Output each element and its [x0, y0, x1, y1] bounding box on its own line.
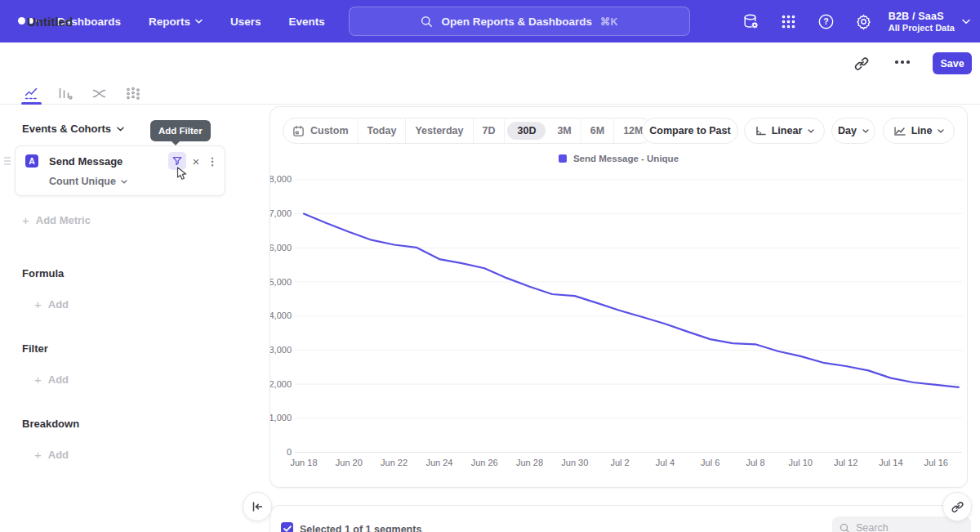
apps-grid-icon[interactable]	[779, 12, 797, 30]
plus-icon: +	[34, 297, 42, 311]
svg-text:3,000: 3,000	[270, 345, 292, 355]
filter-funnel-icon	[172, 155, 183, 167]
share-link-button[interactable]	[942, 492, 972, 521]
tab-scatter-icon[interactable]	[122, 85, 142, 102]
settings-gear-icon[interactable]	[854, 12, 872, 30]
svg-text:Jun 22: Jun 22	[381, 458, 408, 467]
drag-handle[interactable]	[4, 157, 11, 165]
search-icon	[421, 16, 433, 28]
svg-text:Jul 14: Jul 14	[879, 458, 902, 467]
filter-section-title: Filter	[22, 342, 48, 355]
svg-text:Jul 6: Jul 6	[701, 458, 719, 467]
link-icon	[951, 500, 964, 514]
svg-text:Jul 8: Jul 8	[746, 458, 764, 467]
svg-text:0: 0	[287, 447, 292, 457]
insights-report-page: Dashboards Reports Users Events Open Rep…	[0, 0, 980, 532]
nav-users[interactable]: Users	[230, 16, 261, 28]
project-name: B2B / SaaS	[889, 11, 955, 22]
formula-section-title: Formula	[22, 267, 64, 279]
svg-text:2,000: 2,000	[270, 379, 292, 389]
events-cohorts-header[interactable]: Events & Cohorts	[22, 123, 124, 135]
svg-text:7,000: 7,000	[270, 208, 292, 218]
global-search-placeholder: Open Reports & Dashboards	[441, 16, 592, 28]
line-chart[interactable]: 01,0002,0003,0004,0005,0006,0007,0008,00…	[270, 107, 969, 489]
add-filter-tooltip: Add Filter	[150, 120, 211, 141]
svg-text:5,000: 5,000	[270, 277, 292, 287]
report-header	[0, 42, 980, 84]
nav-events[interactable]: Events	[289, 16, 325, 28]
svg-text:4,000: 4,000	[270, 311, 292, 320]
add-breakdown-button[interactable]: +Add	[34, 448, 69, 462]
svg-text:6,000: 6,000	[270, 243, 292, 253]
tab-flow-icon[interactable]	[89, 85, 109, 102]
segments-panel: Selected 1 of 1 segments	[270, 505, 968, 532]
svg-text:Jun 26: Jun 26	[471, 458, 498, 467]
segments-checkbox[interactable]	[281, 522, 293, 532]
svg-text:Jul 10: Jul 10	[789, 458, 813, 467]
add-metric-button[interactable]: +Add Metric	[22, 213, 91, 227]
breakdown-section-title: Breakdown	[22, 418, 79, 430]
active-tab-indicator	[21, 102, 42, 105]
svg-text:Jun 30: Jun 30	[561, 458, 588, 467]
svg-text:8,000: 8,000	[270, 174, 292, 184]
segments-selected-text: Selected 1 of 1 segments	[300, 524, 421, 532]
report-title[interactable]: Untitled	[27, 15, 73, 29]
svg-text:Jul 16: Jul 16	[924, 458, 948, 467]
svg-text:Jun 20: Jun 20	[336, 458, 363, 467]
plus-icon: +	[22, 213, 29, 227]
tab-line-chart-icon[interactable]	[21, 85, 41, 102]
save-button[interactable]: Save	[933, 52, 972, 74]
svg-text:1,000: 1,000	[270, 413, 292, 422]
svg-text:?: ?	[823, 16, 828, 26]
svg-text:Jul 2: Jul 2	[610, 458, 629, 467]
svg-text:Jun 28: Jun 28	[516, 458, 543, 467]
svg-text:Jun 24: Jun 24	[425, 458, 452, 467]
nav-reports[interactable]: Reports	[149, 16, 203, 28]
collapse-panel-button[interactable]	[243, 492, 272, 521]
search-shortcut: ⌘K	[600, 16, 618, 28]
search-icon	[840, 523, 850, 532]
chart-card: Custom Today Yesterday 7D 30D 3M 6M 12M …	[270, 106, 968, 488]
global-search-button[interactable]: Open Reports & Dashboards ⌘K	[349, 7, 690, 36]
segments-search-input[interactable]	[856, 522, 954, 532]
top-navbar: Dashboards Reports Users Events Open Rep…	[0, 0, 980, 42]
svg-text:Jul 12: Jul 12	[834, 458, 858, 467]
more-options-icon[interactable]	[895, 60, 910, 64]
plus-icon: +	[34, 448, 42, 462]
add-filter-button[interactable]: +Add	[34, 373, 69, 387]
metric-options-icon[interactable]: ⋮	[207, 153, 218, 169]
chart-type-tabs	[0, 84, 980, 105]
data-management-icon[interactable]	[742, 12, 760, 30]
project-selector[interactable]: B2B / SaaS All Project Data	[889, 0, 970, 42]
check-icon	[283, 525, 292, 532]
chevron-down-icon	[121, 180, 127, 184]
copy-link-icon[interactable]	[853, 56, 870, 72]
project-subtitle: All Project Data	[889, 23, 955, 33]
help-icon[interactable]: ?	[817, 12, 835, 30]
svg-text:Jul 4: Jul 4	[656, 458, 675, 467]
tab-bar-chart-icon[interactable]	[55, 85, 74, 102]
primary-nav: Dashboards Reports Users Events	[57, 0, 325, 42]
plus-icon: +	[34, 373, 42, 387]
chevron-down-icon	[195, 19, 203, 24]
nav-icon-group: ?	[742, 0, 872, 42]
svg-text:Jun 18: Jun 18	[290, 458, 317, 467]
add-formula-button[interactable]: +Add	[34, 297, 69, 311]
collapse-left-icon	[251, 501, 264, 512]
mouse-cursor	[176, 167, 189, 184]
remove-metric-icon[interactable]: ×	[189, 153, 203, 169]
metric-badge: A	[25, 154, 38, 168]
chevron-down-icon	[962, 19, 970, 25]
metric-event-name[interactable]: Send Message	[49, 155, 122, 168]
chevron-down-icon	[117, 127, 124, 132]
aggregation-selector[interactable]: Count Unique	[49, 176, 127, 187]
